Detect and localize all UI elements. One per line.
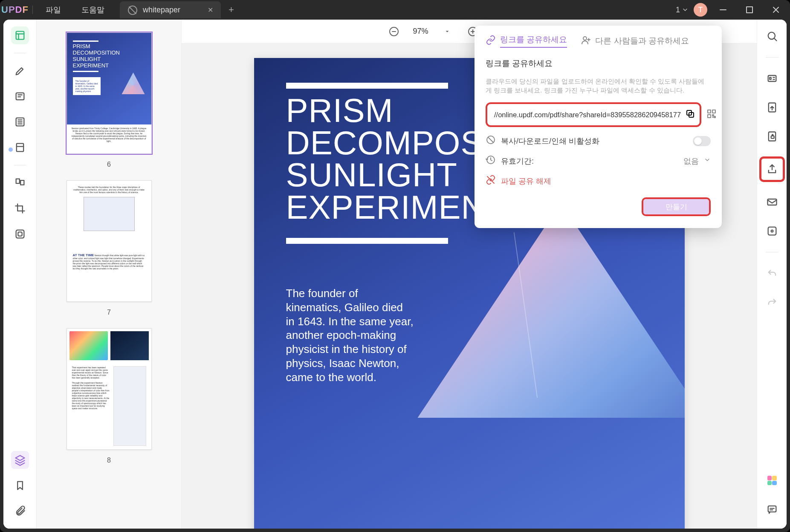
search-button[interactable] — [763, 27, 781, 45]
comment-button[interactable] — [763, 500, 781, 518]
attachment-button[interactable] — [11, 502, 29, 520]
highlight-tool[interactable] — [11, 62, 29, 80]
thumb-intro: These studies laid the foundation for th… — [72, 186, 146, 194]
prism-graphic — [412, 203, 685, 442]
tab-label: 다른 사람들과 공유하세요 — [595, 35, 689, 46]
app-logo: UPDF — [0, 4, 30, 15]
sparkle-icon — [767, 476, 777, 485]
bookmark-button[interactable] — [11, 477, 29, 494]
share-heading: 링크를 공유하세요 — [486, 58, 711, 69]
page-number: 8 — [107, 457, 111, 464]
thumbnail-page-8[interactable]: That experiment has been repeated over a… — [67, 328, 152, 450]
zoom-out-button[interactable] — [387, 25, 401, 38]
form-tool[interactable] — [11, 113, 29, 131]
thumb-heading: AT THE TIME — [73, 253, 94, 257]
svg-rect-24 — [767, 199, 776, 205]
thumb-paragraph: That experiment has been repeated over a… — [72, 366, 110, 379]
thumbnails-button[interactable] — [11, 26, 29, 44]
option-label: 유효기간: — [501, 156, 534, 166]
user-avatar[interactable]: T — [694, 3, 707, 17]
thumb-title: PRISM DECOMPOSITION SUNLIGHT EXPERIMENT — [73, 43, 145, 69]
close-icon[interactable]: ✕ — [208, 6, 213, 14]
disable-actions-option[interactable]: 복사/다운로드/인쇄 비활성화 — [486, 135, 711, 147]
svg-rect-23 — [771, 136, 774, 139]
svg-rect-16 — [712, 110, 715, 113]
protect-button[interactable] — [763, 127, 781, 145]
count-value: 1 — [676, 6, 680, 14]
option-label: 복사/다운로드/인쇄 비활성화 — [501, 136, 599, 146]
unshare-button[interactable]: 파일 공유 해제 — [486, 175, 711, 187]
qrcode-icon[interactable] — [706, 109, 717, 121]
minimize-button[interactable] — [712, 0, 734, 20]
separator — [766, 252, 778, 252]
maximize-button[interactable] — [739, 0, 760, 20]
right-toolbar — [757, 20, 787, 529]
separator — [766, 57, 778, 58]
svg-rect-9 — [18, 232, 22, 236]
document-tab[interactable]: whitepaper ✕ — [120, 1, 221, 18]
organize-tool[interactable] — [11, 174, 29, 192]
dark-prism-graphic — [110, 331, 149, 360]
prism-graphic — [121, 72, 146, 98]
close-button[interactable] — [765, 0, 787, 20]
share-people-tab[interactable]: 다른 사람들과 공유하세요 — [581, 35, 689, 47]
svg-rect-6 — [16, 179, 19, 184]
svg-rect-5 — [16, 144, 23, 152]
link-icon — [486, 35, 496, 47]
titlebar: UPDF 파일 도움말 whitepaper ✕ + 1 T — [0, 0, 790, 20]
indicator-dot — [9, 147, 13, 152]
svg-rect-1 — [747, 7, 752, 13]
menu-help[interactable]: 도움말 — [71, 5, 115, 15]
crop-tool[interactable] — [11, 200, 29, 217]
document-icon — [127, 5, 137, 14]
separator — [14, 165, 26, 165]
svg-rect-25 — [768, 227, 776, 235]
toggle-switch[interactable] — [693, 136, 711, 146]
add-tab-button[interactable]: + — [229, 4, 234, 15]
svg-rect-27 — [768, 506, 776, 512]
thumbnail-page-6[interactable]: PRISM DECOMPOSITION SUNLIGHT EXPERIMENT … — [67, 32, 152, 154]
create-button[interactable]: 만들기 — [642, 197, 711, 216]
create-button-label: 만들기 — [643, 199, 709, 214]
tab-count[interactable]: 1 — [676, 6, 689, 14]
expiry-option[interactable]: 유효기간: 없음 — [486, 155, 711, 167]
rule-graphic — [286, 83, 448, 89]
share-url-text: //online.updf.com/pdf/share?shareId=8395… — [494, 111, 681, 119]
thumb-caption: Newton graduated from Trinity College, C… — [67, 124, 151, 153]
unlink-icon — [486, 175, 496, 187]
thumbnail-page-7[interactable]: These studies laid the foundation for th… — [67, 180, 152, 302]
document-view: 97% PRISM DECOMPOSITION SUNLIGHT EXPERIM… — [182, 20, 757, 529]
thumb-box-text: The founder of kinematics, Galileo died … — [73, 77, 101, 95]
export-button[interactable] — [763, 98, 781, 116]
page-tool[interactable] — [11, 139, 29, 156]
ocr-button[interactable] — [763, 69, 781, 87]
unshare-label: 파일 공유 해제 — [501, 176, 551, 186]
email-button[interactable] — [763, 193, 781, 211]
svg-point-26 — [771, 230, 773, 232]
share-button[interactable] — [763, 160, 781, 178]
undo-button[interactable] — [763, 264, 781, 282]
separator — [14, 53, 26, 53]
copy-icon[interactable] — [685, 109, 695, 121]
redact-tool[interactable] — [11, 225, 29, 243]
left-toolbar — [3, 20, 37, 529]
zoom-dropdown[interactable] — [440, 25, 454, 38]
page-number: 7 — [107, 309, 111, 316]
share-url-field[interactable]: //online.updf.com/pdf/share?shareId=8395… — [486, 102, 701, 127]
print-button[interactable] — [763, 222, 781, 240]
share-description: 클라우드에 당신의 파일을 업로드하여 온라인에서 확인할 수 있도록 사람들에… — [486, 77, 711, 95]
history-icon — [486, 155, 496, 167]
share-panel: 링크를 공유하세요 다른 사람들과 공유하세요 링크를 공유하세요 클라우드에 … — [475, 26, 722, 228]
chevron-down-icon — [704, 156, 711, 165]
user-plus-icon — [581, 35, 591, 47]
expiry-value: 없음 — [683, 156, 699, 166]
edit-text-tool[interactable] — [11, 87, 29, 105]
layers-button[interactable] — [11, 451, 29, 469]
tab-title: whitepaper — [143, 6, 180, 14]
svg-rect-2 — [16, 32, 24, 40]
redo-button[interactable] — [763, 293, 781, 311]
menu-file[interactable]: 파일 — [35, 5, 71, 15]
share-link-tab[interactable]: 링크를 공유하세요 — [486, 34, 567, 48]
tab-label: 링크를 공유하세요 — [500, 34, 567, 48]
ai-button[interactable] — [763, 471, 781, 489]
